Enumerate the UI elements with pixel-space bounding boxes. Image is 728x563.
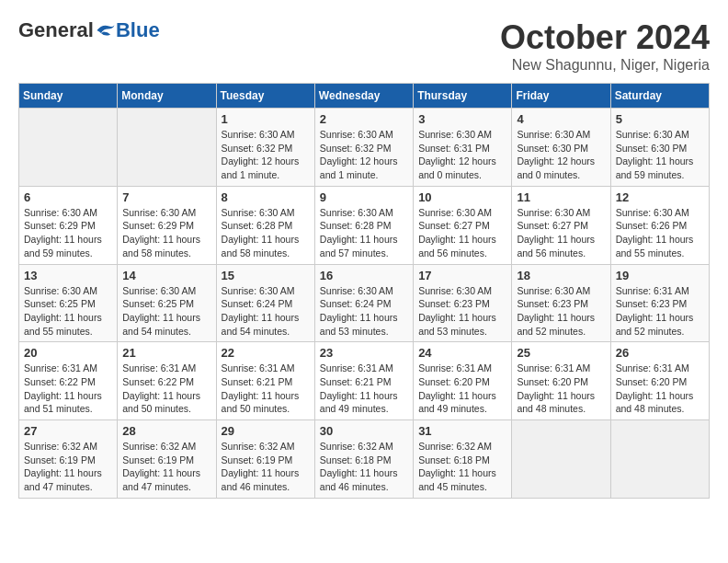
- day-number: 18: [517, 269, 605, 282]
- day-number: 1: [222, 112, 310, 126]
- day-info: Sunrise: 6:31 AMSunset: 6:23 PMDaylight:…: [616, 284, 704, 339]
- calendar-day-cell: 29Sunrise: 6:32 AMSunset: 6:19 PMDayligh…: [216, 420, 314, 499]
- calendar-day-cell: 12Sunrise: 6:30 AMSunset: 6:26 PMDayligh…: [610, 186, 709, 264]
- day-info: Sunrise: 6:30 AMSunset: 6:29 PMDaylight:…: [24, 206, 112, 260]
- calendar-day-cell: 10Sunrise: 6:30 AMSunset: 6:27 PMDayligh…: [414, 186, 512, 264]
- calendar-day-cell: 28Sunrise: 6:32 AMSunset: 6:19 PMDayligh…: [118, 420, 216, 499]
- day-info: Sunrise: 6:30 AMSunset: 6:27 PMDaylight:…: [517, 206, 605, 260]
- calendar-header-row: SundayMondayTuesdayWednesdayThursdayFrid…: [19, 84, 710, 109]
- day-number: 4: [517, 112, 605, 126]
- calendar-day-cell: 23Sunrise: 6:31 AMSunset: 6:21 PMDayligh…: [314, 342, 413, 420]
- calendar-header-cell: Wednesday: [314, 84, 413, 109]
- day-number: 9: [320, 190, 408, 204]
- month-title: October 2024: [500, 18, 710, 57]
- day-number: 30: [320, 424, 408, 438]
- calendar-day-cell: 5Sunrise: 6:30 AMSunset: 6:30 PMDaylight…: [610, 109, 709, 187]
- day-number: 21: [122, 346, 210, 360]
- day-number: 17: [418, 269, 506, 282]
- calendar-day-cell: 18Sunrise: 6:30 AMSunset: 6:23 PMDayligh…: [512, 264, 610, 342]
- calendar-week-row: 6Sunrise: 6:30 AMSunset: 6:29 PMDaylight…: [19, 186, 710, 264]
- day-info: Sunrise: 6:30 AMSunset: 6:24 PMDaylight:…: [222, 284, 310, 339]
- day-info: Sunrise: 6:32 AMSunset: 6:18 PMDaylight:…: [418, 440, 506, 494]
- calendar-day-cell: 22Sunrise: 6:31 AMSunset: 6:21 PMDayligh…: [216, 342, 314, 420]
- calendar-day-cell: 14Sunrise: 6:30 AMSunset: 6:25 PMDayligh…: [118, 264, 216, 342]
- calendar-day-cell: 30Sunrise: 6:32 AMSunset: 6:18 PMDayligh…: [314, 420, 413, 499]
- calendar-header-cell: Sunday: [19, 84, 118, 109]
- day-number: 14: [122, 269, 210, 282]
- logo-general-text: General: [18, 18, 94, 42]
- calendar-header-cell: Monday: [118, 84, 216, 109]
- day-number: 5: [616, 112, 704, 126]
- calendar-day-cell: 15Sunrise: 6:30 AMSunset: 6:24 PMDayligh…: [216, 264, 314, 342]
- calendar-day-cell: 19Sunrise: 6:31 AMSunset: 6:23 PMDayligh…: [610, 264, 709, 342]
- day-number: 26: [616, 346, 704, 360]
- calendar-day-cell: 16Sunrise: 6:30 AMSunset: 6:24 PMDayligh…: [314, 264, 413, 342]
- logo-bird-icon: [96, 22, 116, 39]
- day-info: Sunrise: 6:31 AMSunset: 6:21 PMDaylight:…: [222, 362, 310, 416]
- calendar-table: SundayMondayTuesdayWednesdayThursdayFrid…: [18, 83, 710, 499]
- calendar-week-row: 13Sunrise: 6:30 AMSunset: 6:25 PMDayligh…: [19, 264, 710, 342]
- day-number: 29: [222, 424, 310, 438]
- calendar-day-cell: 24Sunrise: 6:31 AMSunset: 6:20 PMDayligh…: [414, 342, 512, 420]
- calendar-day-cell: 3Sunrise: 6:30 AMSunset: 6:31 PMDaylight…: [414, 109, 512, 187]
- calendar-day-cell: 6Sunrise: 6:30 AMSunset: 6:29 PMDaylight…: [19, 186, 118, 264]
- day-info: Sunrise: 6:31 AMSunset: 6:22 PMDaylight:…: [24, 362, 112, 416]
- day-info: Sunrise: 6:30 AMSunset: 6:26 PMDaylight:…: [616, 206, 704, 260]
- calendar-day-cell: 25Sunrise: 6:31 AMSunset: 6:20 PMDayligh…: [512, 342, 610, 420]
- calendar-day-cell: 7Sunrise: 6:30 AMSunset: 6:29 PMDaylight…: [118, 186, 216, 264]
- day-info: Sunrise: 6:30 AMSunset: 6:24 PMDaylight:…: [320, 284, 408, 339]
- title-block: October 2024 New Shagunnu, Niger, Nigeri…: [500, 18, 710, 74]
- day-number: 25: [517, 346, 605, 360]
- calendar-day-cell: 2Sunrise: 6:30 AMSunset: 6:32 PMDaylight…: [314, 109, 413, 187]
- day-info: Sunrise: 6:30 AMSunset: 6:32 PMDaylight:…: [320, 128, 408, 182]
- location-title: New Shagunnu, Niger, Nigeria: [500, 57, 710, 74]
- day-info: Sunrise: 6:32 AMSunset: 6:18 PMDaylight:…: [320, 440, 408, 494]
- day-info: Sunrise: 6:32 AMSunset: 6:19 PMDaylight:…: [122, 440, 210, 494]
- day-number: 20: [24, 346, 112, 360]
- day-number: 27: [24, 424, 112, 438]
- calendar-day-cell: [19, 109, 118, 187]
- day-info: Sunrise: 6:32 AMSunset: 6:19 PMDaylight:…: [222, 440, 310, 494]
- page-header: General Blue October 2024 New Shagunnu, …: [18, 18, 710, 74]
- calendar-day-cell: 8Sunrise: 6:30 AMSunset: 6:28 PMDaylight…: [216, 186, 314, 264]
- day-number: 10: [418, 190, 506, 204]
- day-info: Sunrise: 6:30 AMSunset: 6:28 PMDaylight:…: [222, 206, 310, 260]
- day-info: Sunrise: 6:30 AMSunset: 6:30 PMDaylight:…: [616, 128, 704, 182]
- day-info: Sunrise: 6:30 AMSunset: 6:27 PMDaylight:…: [418, 206, 506, 260]
- day-info: Sunrise: 6:31 AMSunset: 6:20 PMDaylight:…: [418, 362, 506, 416]
- day-number: 16: [320, 269, 408, 282]
- day-info: Sunrise: 6:30 AMSunset: 6:25 PMDaylight:…: [24, 284, 112, 339]
- calendar-day-cell: 21Sunrise: 6:31 AMSunset: 6:22 PMDayligh…: [118, 342, 216, 420]
- calendar-header-cell: Thursday: [414, 84, 512, 109]
- logo: General Blue: [18, 18, 160, 42]
- calendar-header-cell: Saturday: [610, 84, 709, 109]
- day-number: 3: [418, 112, 506, 126]
- calendar-day-cell: [610, 420, 709, 499]
- day-info: Sunrise: 6:31 AMSunset: 6:20 PMDaylight:…: [616, 362, 704, 416]
- day-info: Sunrise: 6:31 AMSunset: 6:20 PMDaylight:…: [517, 362, 605, 416]
- day-number: 15: [222, 269, 310, 282]
- day-number: 24: [418, 346, 506, 360]
- logo-blue-text: Blue: [116, 18, 160, 42]
- day-info: Sunrise: 6:31 AMSunset: 6:21 PMDaylight:…: [320, 362, 408, 416]
- day-number: 31: [418, 424, 506, 438]
- calendar-day-cell: 26Sunrise: 6:31 AMSunset: 6:20 PMDayligh…: [610, 342, 709, 420]
- day-info: Sunrise: 6:31 AMSunset: 6:22 PMDaylight:…: [122, 362, 210, 416]
- calendar-day-cell: 27Sunrise: 6:32 AMSunset: 6:19 PMDayligh…: [19, 420, 118, 499]
- day-number: 19: [616, 269, 704, 282]
- day-number: 12: [616, 190, 704, 204]
- calendar-day-cell: 31Sunrise: 6:32 AMSunset: 6:18 PMDayligh…: [414, 420, 512, 499]
- day-number: 6: [24, 190, 112, 204]
- calendar-day-cell: [118, 109, 216, 187]
- calendar-day-cell: 20Sunrise: 6:31 AMSunset: 6:22 PMDayligh…: [19, 342, 118, 420]
- calendar-day-cell: 17Sunrise: 6:30 AMSunset: 6:23 PMDayligh…: [414, 264, 512, 342]
- calendar-header-cell: Tuesday: [216, 84, 314, 109]
- day-info: Sunrise: 6:30 AMSunset: 6:29 PMDaylight:…: [122, 206, 210, 260]
- day-info: Sunrise: 6:30 AMSunset: 6:23 PMDaylight:…: [418, 284, 506, 339]
- calendar-header-cell: Friday: [512, 84, 610, 109]
- calendar-day-cell: [512, 420, 610, 499]
- day-info: Sunrise: 6:30 AMSunset: 6:32 PMDaylight:…: [222, 128, 310, 182]
- calendar-day-cell: 11Sunrise: 6:30 AMSunset: 6:27 PMDayligh…: [512, 186, 610, 264]
- day-number: 11: [517, 190, 605, 204]
- day-info: Sunrise: 6:30 AMSunset: 6:30 PMDaylight:…: [517, 128, 605, 182]
